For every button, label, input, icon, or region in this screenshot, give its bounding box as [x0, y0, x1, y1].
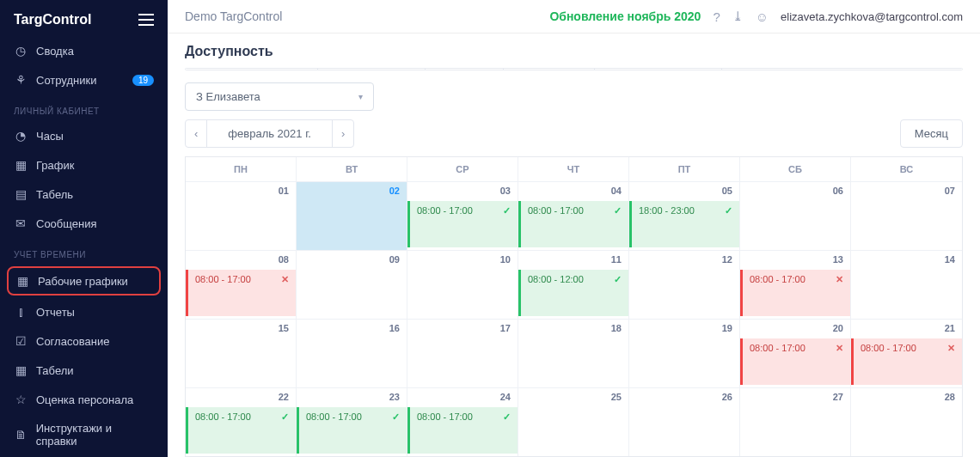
- slot-time: 08:00 - 17:00: [528, 205, 584, 216]
- check-icon: ✓: [503, 411, 511, 423]
- day-number: 16: [389, 323, 400, 333]
- calendar-day[interactable]: 2108:00 - 17:00✕: [851, 319, 962, 387]
- calendar-day[interactable]: 2008:00 - 17:00✕: [740, 319, 851, 387]
- employee-select[interactable]: З Елизавета ▾: [185, 82, 374, 111]
- slot-time: 08:00 - 17:00: [195, 411, 251, 422]
- sidebar-item-s2-2[interactable]: ☑Согласование: [0, 326, 168, 356]
- calendar-day[interactable]: 27: [740, 387, 851, 456]
- sidebar-item-label: Табель: [36, 188, 73, 201]
- user-email[interactable]: elizaveta.zychkova@targcontrol.com: [781, 10, 963, 23]
- calendar-day[interactable]: 06: [740, 181, 851, 250]
- day-number: 11: [611, 254, 622, 265]
- calendar-day[interactable]: 0308:00 - 17:00✓: [407, 181, 518, 250]
- main0-icon: ◷: [14, 44, 28, 58]
- calendar-day[interactable]: 07: [851, 181, 962, 250]
- sidebar-item-s2-5[interactable]: 🗎Инструктажи и справки: [0, 414, 168, 455]
- help-icon[interactable]: ?: [713, 9, 720, 24]
- calendar-day[interactable]: 09: [297, 250, 407, 319]
- calendar-day[interactable]: 15: [186, 319, 297, 387]
- menu-toggle-icon[interactable]: [138, 14, 154, 26]
- s2-0-icon: ▦: [15, 274, 29, 288]
- availability-slot[interactable]: 08:00 - 17:00✕: [186, 270, 296, 316]
- check-icon: ✓: [614, 274, 622, 285]
- availability-slot[interactable]: 08:00 - 17:00✓: [407, 407, 518, 454]
- sidebar-item-s1-0[interactable]: ◔Часы: [0, 121, 168, 150]
- availability-slot[interactable]: 08:00 - 17:00✓: [407, 201, 518, 247]
- s2-3-icon: ▦: [14, 363, 28, 377]
- sidebar-item-main0[interactable]: ◷Сводка: [0, 36, 168, 65]
- day-number: 10: [500, 254, 511, 265]
- day-number: 14: [945, 254, 955, 265]
- calendar-day[interactable]: 14: [851, 250, 962, 319]
- calendar-day[interactable]: 1308:00 - 17:00✕: [740, 250, 851, 319]
- day-number: 07: [945, 186, 955, 196]
- calendar-day[interactable]: 19: [629, 319, 740, 387]
- sidebar-section-personal: ЛИЧНЫЙ КАБИНЕТ: [0, 94, 168, 121]
- calendar-day[interactable]: 0808:00 - 17:00✕: [186, 250, 297, 319]
- calendar-day[interactable]: 02: [297, 181, 407, 250]
- calendar-day[interactable]: 1108:00 - 12:00✓: [518, 250, 629, 319]
- month-label: февраль 2021 г.: [207, 120, 332, 147]
- prev-month-button[interactable]: ‹: [186, 120, 207, 147]
- sidebar-item-s2-1[interactable]: ⫿Отчеты: [0, 297, 168, 326]
- sidebar-item-main1[interactable]: ⚘Сотрудники19: [0, 65, 168, 94]
- availability-slot[interactable]: 08:00 - 12:00✓: [518, 270, 628, 316]
- day-number: 06: [833, 186, 843, 196]
- calendar-day[interactable]: 2408:00 - 17:00✓: [407, 387, 518, 456]
- calendar-day[interactable]: 0518:00 - 23:00✓: [629, 181, 740, 250]
- s2-1-icon: ⫿: [14, 305, 28, 319]
- calendar-day[interactable]: 25: [518, 387, 629, 456]
- calendar-day[interactable]: 18: [518, 319, 629, 387]
- calendar-day[interactable]: 26: [629, 387, 740, 456]
- sidebar-item-s2-0[interactable]: ▦Рабочие графики: [7, 266, 161, 296]
- sidebar-item-label: Рабочие графики: [38, 275, 128, 288]
- close-icon: ✕: [836, 343, 843, 354]
- calendar-day[interactable]: 28: [851, 387, 962, 456]
- availability-slot[interactable]: 08:00 - 17:00✕: [740, 338, 850, 385]
- calendar-day[interactable]: 17: [407, 319, 518, 387]
- user-icon[interactable]: ☺: [756, 9, 769, 24]
- s1-1-icon: ▦: [14, 158, 28, 172]
- slot-time: 08:00 - 17:00: [306, 411, 362, 422]
- day-number: 21: [945, 323, 955, 333]
- sidebar-item-s1-1[interactable]: ▦График: [0, 150, 168, 180]
- calendar-day[interactable]: 10: [407, 250, 518, 319]
- view-mode-button[interactable]: Месяц: [900, 119, 963, 148]
- sidebar-item-s1-2[interactable]: ▤Табель: [0, 180, 168, 209]
- availability-slot[interactable]: 08:00 - 17:00✓: [186, 407, 296, 454]
- day-number: 24: [500, 392, 511, 402]
- sidebar-item-label: Инструктажи и справки: [36, 422, 154, 448]
- next-month-button[interactable]: ›: [332, 120, 353, 147]
- availability-slot[interactable]: 08:00 - 17:00✕: [851, 338, 962, 385]
- availability-slot[interactable]: 08:00 - 17:00✓: [518, 201, 628, 247]
- close-icon: ✕: [281, 274, 289, 285]
- day-number: 09: [389, 254, 400, 265]
- notifications-icon[interactable]: ⤓: [732, 9, 744, 24]
- announcement-link[interactable]: Обновление ноябрь 2020: [549, 9, 701, 23]
- slot-time: 18:00 - 23:00: [639, 205, 695, 216]
- calendar-day[interactable]: 2308:00 - 17:00✓: [297, 387, 407, 456]
- day-number: 17: [500, 323, 511, 333]
- sidebar-item-label: Согласование: [36, 335, 109, 348]
- check-icon: ✓: [281, 411, 289, 423]
- availability-slot[interactable]: 08:00 - 17:00✓: [297, 407, 407, 454]
- s1-2-icon: ▤: [14, 187, 28, 201]
- slot-time: 08:00 - 17:00: [195, 274, 251, 284]
- calendar-day[interactable]: 01: [186, 181, 297, 250]
- brand-logo: TargControl: [14, 12, 91, 27]
- calendar-day[interactable]: 2208:00 - 17:00✓: [186, 387, 297, 456]
- availability-slot[interactable]: 18:00 - 23:00✓: [629, 201, 739, 247]
- sidebar-item-s2-4[interactable]: ☆Оценка персонала: [0, 385, 168, 414]
- check-icon: ✓: [725, 205, 732, 216]
- calendar-day[interactable]: 16: [297, 319, 407, 387]
- slot-time: 08:00 - 17:00: [750, 343, 805, 353]
- calendar-day[interactable]: 0408:00 - 17:00✓: [518, 181, 629, 250]
- availability-slot[interactable]: 08:00 - 17:00✕: [740, 270, 850, 316]
- sidebar-item-s1-3[interactable]: ✉Сообщения: [0, 209, 168, 238]
- sidebar: TargControl ◷Сводка⚘Сотрудники19 ЛИЧНЫЙ …: [0, 0, 168, 457]
- slot-time: 08:00 - 17:00: [417, 205, 473, 216]
- day-number: 23: [389, 392, 400, 402]
- sidebar-item-s2-3[interactable]: ▦Табели: [0, 356, 168, 385]
- day-number: 02: [389, 186, 400, 196]
- calendar-day[interactable]: 12: [629, 250, 740, 319]
